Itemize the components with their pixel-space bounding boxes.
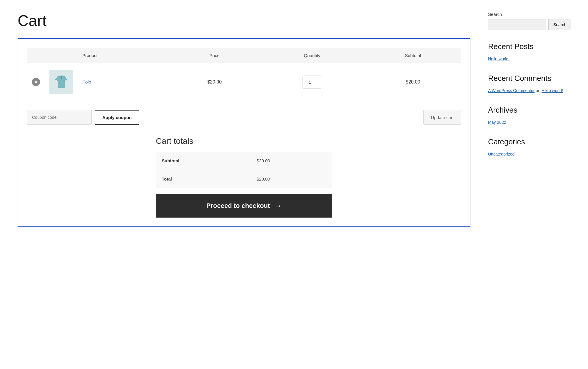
cart-totals: Cart totals Subtotal $20.00 Total $20.00: [156, 136, 332, 218]
archives-title: Archives: [488, 106, 570, 115]
coupon-input[interactable]: [27, 110, 92, 125]
update-cart-button[interactable]: Update cart: [423, 110, 461, 125]
product-name-cell: Polo: [78, 63, 170, 101]
coupon-row: Apply coupon Update cart: [27, 110, 461, 125]
col-product-header: Product: [78, 48, 170, 63]
recent-comments-title: Recent Comments: [488, 74, 570, 83]
product-image-cell: [45, 63, 78, 101]
subtotal-row: Subtotal $20.00: [156, 152, 332, 170]
sidebar-recent-comments: Recent Comments A WordPress Commenter on…: [488, 74, 570, 94]
product-qty-cell: [259, 63, 365, 101]
cart-table: Product Price Quantity Subtotal ✕: [27, 48, 461, 101]
table-row: ✕: [27, 63, 461, 101]
totals-table: Subtotal $20.00 Total $20.00: [156, 152, 332, 188]
product-link[interactable]: Polo: [82, 79, 91, 84]
commenter-link[interactable]: A WordPress Commenter: [488, 88, 534, 93]
cart-container: Product Price Quantity Subtotal ✕: [18, 38, 470, 227]
sidebar-search-row: Search: [488, 19, 570, 30]
recent-post-link-1[interactable]: Hello world!: [488, 56, 570, 62]
checkout-arrow-icon: →: [275, 202, 282, 210]
subtotal-label: Subtotal: [156, 152, 251, 170]
coupon-left: Apply coupon: [27, 110, 139, 125]
svg-point-1: [61, 78, 62, 79]
sidebar-recent-posts: Recent Posts Hello world!: [488, 42, 570, 62]
col-price-header: Price: [170, 48, 259, 63]
checkout-label: Proceed to checkout: [206, 202, 270, 210]
product-subtotal-cell: $20.00: [365, 63, 461, 101]
search-label: Search: [488, 12, 570, 17]
recent-posts-title: Recent Posts: [488, 42, 570, 51]
comment-text: A WordPress Commenter on Hello world!: [488, 88, 570, 94]
sidebar-categories: Categories Uncategorized: [488, 137, 570, 157]
main-content: Cart Product Price Quantity Subtotal: [18, 12, 470, 227]
apply-coupon-button[interactable]: Apply coupon: [95, 110, 139, 125]
search-button[interactable]: Search: [548, 19, 571, 30]
total-value: $20.00: [251, 170, 332, 188]
archive-link-1[interactable]: May 2022: [488, 119, 570, 126]
search-input[interactable]: [488, 19, 546, 30]
col-qty-header: Quantity: [259, 48, 365, 63]
total-label: Total: [156, 170, 251, 188]
remove-item-button[interactable]: ✕: [32, 78, 40, 86]
product-image-wrapper: [49, 70, 73, 94]
sidebar: Search Search Recent Posts Hello world! …: [488, 12, 570, 227]
total-row: Total $20.00: [156, 170, 332, 188]
comment-post-link[interactable]: Hello world!: [542, 88, 563, 93]
sidebar-search-section: Search Search: [488, 12, 570, 30]
svg-point-0: [61, 77, 62, 78]
sidebar-archives: Archives May 2022: [488, 106, 570, 126]
page-title: Cart: [18, 12, 470, 29]
categories-title: Categories: [488, 137, 570, 146]
category-link-1[interactable]: Uncategorized: [488, 151, 570, 157]
quantity-input[interactable]: [303, 76, 321, 89]
subtotal-value: $20.00: [251, 152, 332, 170]
polo-shirt-icon: [53, 74, 69, 90]
remove-cell: ✕: [27, 63, 45, 101]
col-remove-header: [27, 48, 45, 63]
col-image-header: [45, 48, 78, 63]
checkout-button[interactable]: Proceed to checkout →: [156, 194, 332, 218]
cart-totals-title: Cart totals: [156, 136, 332, 146]
col-subtotal-header: Subtotal: [365, 48, 461, 63]
product-price-cell: $20.00: [170, 63, 259, 101]
comment-on-text: on: [536, 88, 540, 93]
